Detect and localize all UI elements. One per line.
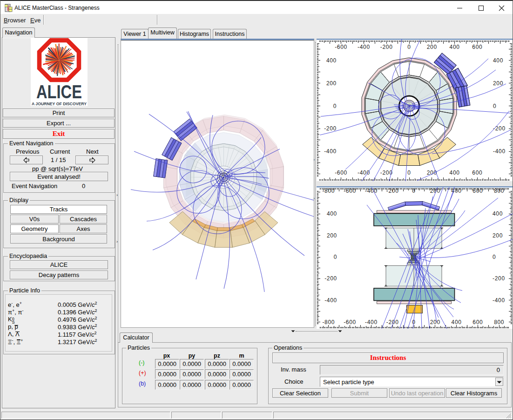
svg-text:400: 400: [493, 57, 503, 64]
svg-text:0: 0: [333, 103, 337, 109]
svg-text:0: 0: [407, 44, 411, 50]
svg-text:A JOURNEY OF DISCOVERY: A JOURNEY OF DISCOVERY: [32, 101, 87, 106]
svg-text:400: 400: [326, 57, 337, 64]
svg-text:-200: -200: [324, 275, 337, 282]
svg-text:200: 200: [427, 44, 437, 50]
svg-text:600: 600: [472, 44, 482, 50]
svg-text:0: 0: [493, 254, 496, 260]
svg-text:-600: -600: [344, 188, 356, 194]
svg-text:800: 800: [494, 188, 504, 194]
svg-text:200: 200: [493, 80, 503, 87]
svg-text:-200: -200: [493, 125, 506, 132]
svg-text:-200: -200: [386, 188, 399, 194]
svg-text:800: 800: [494, 319, 504, 325]
svg-text:600: 600: [472, 319, 483, 325]
svg-text:-600: -600: [344, 319, 356, 325]
svg-text:0: 0: [412, 188, 415, 194]
svg-text:400: 400: [493, 210, 503, 217]
svg-text:-200: -200: [324, 125, 337, 132]
svg-text:-400: -400: [324, 297, 337, 304]
svg-text:200: 200: [326, 80, 337, 87]
svg-text:400: 400: [450, 44, 460, 50]
svg-text:400: 400: [452, 319, 462, 325]
svg-text:-400: -400: [358, 44, 370, 50]
svg-text:200: 200: [430, 319, 440, 325]
svg-text:0: 0: [334, 254, 337, 260]
svg-text:-600: -600: [335, 169, 347, 176]
svg-text:-400: -400: [493, 297, 505, 304]
svg-text:200: 200: [493, 232, 503, 239]
svg-text:600: 600: [472, 188, 483, 194]
svg-text:600: 600: [472, 169, 482, 176]
svg-text:-200: -200: [380, 44, 393, 50]
svg-text:0: 0: [407, 169, 411, 176]
svg-text:-600: -600: [335, 44, 347, 50]
svg-text:200: 200: [427, 169, 437, 176]
svg-text:400: 400: [327, 210, 337, 217]
svg-text:-400: -400: [365, 188, 378, 194]
svg-text:-400: -400: [324, 148, 337, 155]
svg-text:-800: -800: [322, 188, 335, 194]
svg-text:200: 200: [327, 232, 337, 239]
svg-text:-800: -800: [322, 319, 335, 325]
svg-text:-400: -400: [365, 319, 378, 325]
svg-text:ALICE: ALICE: [36, 81, 82, 102]
svg-text:-400: -400: [493, 148, 506, 155]
svg-text:400: 400: [450, 169, 460, 176]
svg-text:0: 0: [493, 103, 496, 109]
svg-text:-200: -200: [493, 275, 505, 282]
